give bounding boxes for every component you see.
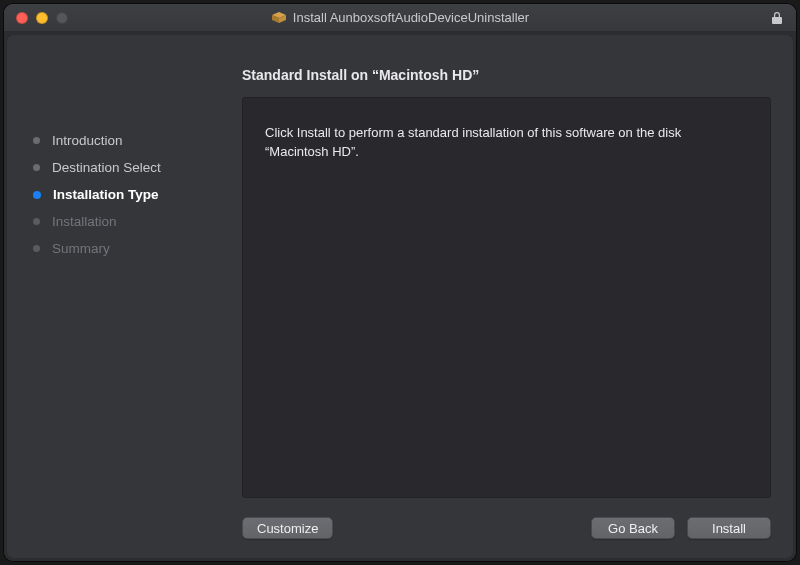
content-area: IntroductionDestination SelectInstallati… xyxy=(4,32,796,561)
zoom-button[interactable] xyxy=(56,12,68,24)
step-label: Installation Type xyxy=(53,187,159,202)
inner-content: IntroductionDestination SelectInstallati… xyxy=(7,35,793,558)
step-bullet xyxy=(33,245,40,252)
lock-icon[interactable] xyxy=(770,11,784,25)
panel-heading: Standard Install on “Macintosh HD” xyxy=(242,67,771,83)
installer-window: Install AunboxsoftAudioDeviceUninstaller… xyxy=(4,4,796,561)
panel-content: Click Install to perform a standard inst… xyxy=(242,97,771,498)
step-label: Introduction xyxy=(52,133,123,148)
sidebar: IntroductionDestination SelectInstallati… xyxy=(7,35,232,498)
close-button[interactable] xyxy=(16,12,28,24)
step-bullet xyxy=(33,164,40,171)
go-back-button[interactable]: Go Back xyxy=(591,517,675,539)
step-label: Summary xyxy=(52,241,110,256)
traffic-lights xyxy=(4,12,68,24)
window-title: Install AunboxsoftAudioDeviceUninstaller xyxy=(293,10,529,25)
button-bar: Customize Go Back Install xyxy=(7,498,793,558)
main-body: IntroductionDestination SelectInstallati… xyxy=(7,35,793,498)
install-button[interactable]: Install xyxy=(687,517,771,539)
step-item-introduction: Introduction xyxy=(33,133,216,148)
sidebar-steps: IntroductionDestination SelectInstallati… xyxy=(33,133,216,256)
titlebar[interactable]: Install AunboxsoftAudioDeviceUninstaller xyxy=(4,4,796,32)
step-bullet xyxy=(33,137,40,144)
step-bullet xyxy=(33,218,40,225)
step-bullet xyxy=(33,191,41,199)
package-icon xyxy=(271,10,287,26)
minimize-button[interactable] xyxy=(36,12,48,24)
main-panel: Standard Install on “Macintosh HD” Click… xyxy=(232,35,793,498)
step-item-installation-type: Installation Type xyxy=(33,187,216,202)
customize-button[interactable]: Customize xyxy=(242,517,333,539)
title-container: Install AunboxsoftAudioDeviceUninstaller xyxy=(4,10,796,26)
step-label: Installation xyxy=(52,214,117,229)
step-item-destination-select: Destination Select xyxy=(33,160,216,175)
step-label: Destination Select xyxy=(52,160,161,175)
step-item-summary: Summary xyxy=(33,241,216,256)
step-item-installation: Installation xyxy=(33,214,216,229)
